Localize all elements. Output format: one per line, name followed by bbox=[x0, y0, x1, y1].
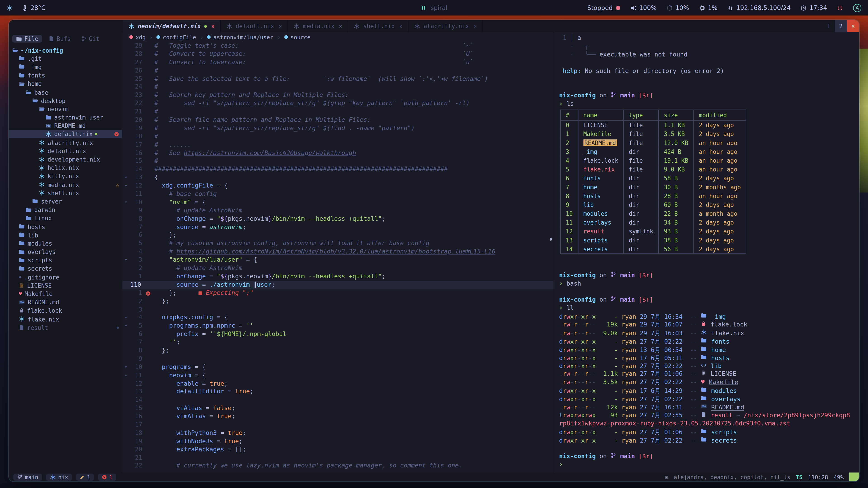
fold-marker[interactable] bbox=[122, 396, 129, 404]
fold-marker[interactable] bbox=[122, 75, 129, 83]
code-line[interactable]: 13 defaultEditor = true; bbox=[122, 388, 554, 396]
tree-item[interactable]: ~/nix-config bbox=[9, 46, 122, 54]
fold-marker[interactable] bbox=[122, 59, 129, 67]
network-module[interactable]: 192.168.5.100/24 bbox=[727, 4, 791, 11]
buffer-tab[interactable]: shell.nix× bbox=[348, 20, 409, 32]
tree-item[interactable]: development.nix bbox=[9, 155, 122, 164]
fold-marker[interactable] bbox=[122, 215, 129, 223]
code-line[interactable]: 2 }; bbox=[122, 297, 554, 306]
code-line[interactable]: 16# See https://astronvim.com/Basic%20Us… bbox=[122, 149, 554, 157]
tree-item[interactable]: kitty.nix bbox=[9, 172, 122, 180]
buffer-tab[interactable]: media.nix× bbox=[288, 20, 348, 32]
close-buffer-icon[interactable]: × bbox=[339, 23, 342, 29]
fold-marker[interactable] bbox=[122, 454, 129, 462]
code-line[interactable]: 21 bbox=[122, 454, 554, 462]
fold-marker[interactable] bbox=[122, 339, 129, 347]
tree-item[interactable]: secrets bbox=[9, 264, 122, 273]
code-line[interactable]: 17 bbox=[122, 421, 554, 429]
code-line[interactable]: 20 extraPackages = []; bbox=[122, 446, 554, 454]
code-line[interactable]: 110 source = ./astronvim_user; bbox=[122, 281, 554, 289]
fold-marker[interactable] bbox=[122, 404, 129, 413]
code-line[interactable]: 19# sed -ri "s/pattern_str/replace_str/g… bbox=[122, 125, 554, 133]
tree-item[interactable]: result● bbox=[9, 323, 122, 332]
fold-marker[interactable] bbox=[122, 67, 129, 75]
disk-usage-module[interactable]: 10% bbox=[666, 4, 689, 11]
code-line[interactable]: ▾3 "astronvim/lua/user" = { bbox=[122, 256, 554, 264]
fold-marker[interactable] bbox=[122, 462, 129, 470]
code-line[interactable]: ▾5 programs.npm.npmrc = '' bbox=[122, 322, 554, 330]
tree-item[interactable]: home bbox=[9, 79, 122, 88]
fold-marker[interactable] bbox=[122, 158, 129, 166]
tree-item[interactable]: linux bbox=[9, 214, 122, 222]
tree-item[interactable]: .git bbox=[9, 54, 122, 63]
tree-item[interactable]: default.nix bbox=[9, 147, 122, 155]
code-line[interactable]: ▾11 neovim = { bbox=[122, 372, 554, 380]
workspace-module[interactable]: spiral bbox=[421, 4, 447, 11]
breadcrumb-item[interactable]: source bbox=[284, 34, 310, 40]
fold-marker[interactable] bbox=[122, 83, 129, 91]
code-line[interactable]: 29# Toggle text's case: `~` bbox=[122, 42, 554, 50]
code-line[interactable]: 16 vimAlias = true; bbox=[122, 413, 554, 421]
close-buffer-icon[interactable]: × bbox=[399, 23, 403, 29]
fold-marker[interactable]: ▾ bbox=[122, 314, 129, 322]
tree-item[interactable]: README.md bbox=[9, 122, 122, 130]
fold-marker[interactable]: ▾ bbox=[122, 182, 129, 190]
tab-page-2[interactable]: 2 bbox=[835, 20, 847, 32]
code-line[interactable]: 8 }; bbox=[122, 347, 554, 355]
code-line[interactable]: 22# sed -ri "s/pattern_str/replace_str/g… bbox=[122, 100, 554, 108]
power-module[interactable] bbox=[837, 5, 843, 11]
tree-item[interactable]: overlays bbox=[9, 248, 122, 256]
code-line[interactable]: 6 prefix = ''${HOME}/.npm-global bbox=[122, 330, 554, 338]
scrollbar-thumb[interactable] bbox=[550, 238, 552, 240]
tree-item[interactable]: fonts bbox=[9, 71, 122, 79]
code-line[interactable]: 24# bbox=[122, 83, 554, 91]
fold-marker[interactable] bbox=[122, 207, 129, 215]
tree-item[interactable]: server bbox=[9, 197, 122, 205]
tree-item[interactable]: alacritty.nix bbox=[9, 138, 122, 147]
code-line[interactable]: ▾12 xdg.configFile = { bbox=[122, 182, 554, 190]
tree-item[interactable]: shell.nix bbox=[9, 189, 122, 197]
code-line[interactable]: 1 onChange = "${pkgs.neovim}/bin/nvim --… bbox=[122, 273, 554, 281]
fold-marker[interactable] bbox=[122, 92, 129, 100]
error-count[interactable]: 1 bbox=[98, 473, 116, 481]
code-line[interactable]: 25# Save the selected text to a file: `:… bbox=[122, 75, 554, 83]
close-window-button[interactable]: × bbox=[847, 20, 859, 32]
tree-item[interactable]: media.nix⚠ bbox=[9, 180, 122, 189]
code-line[interactable]: 22 # currently we use lazy.nvim as neovi… bbox=[122, 462, 554, 470]
fold-marker[interactable] bbox=[122, 281, 129, 289]
temperature-module[interactable]: 28°C bbox=[22, 4, 46, 11]
breadcrumb-item[interactable]: astronvim/lua/user bbox=[207, 34, 273, 40]
code-line[interactable]: 14######################################… bbox=[122, 166, 554, 174]
code-line[interactable]: 26# bbox=[122, 67, 554, 75]
volume-module[interactable]: 100% bbox=[630, 4, 657, 11]
close-buffer-icon[interactable]: × bbox=[211, 23, 215, 29]
code-line[interactable]: 12 enable = true; bbox=[122, 380, 554, 388]
code-line[interactable]: 27# Convert to lowercase: `u` bbox=[122, 59, 554, 67]
tree-item[interactable]: _img bbox=[9, 63, 122, 71]
code-line[interactable]: 17# ...... bbox=[122, 141, 554, 149]
fold-marker[interactable] bbox=[122, 388, 129, 396]
fold-marker[interactable] bbox=[122, 100, 129, 108]
tree-item[interactable]: helix.nix bbox=[9, 164, 122, 172]
fold-marker[interactable]: ▾ bbox=[122, 199, 129, 207]
fold-marker[interactable] bbox=[122, 421, 129, 429]
code-line[interactable]: 7 source = astronvim; bbox=[122, 223, 554, 231]
code-line[interactable]: 7 ''; bbox=[122, 339, 554, 347]
buffer-tab[interactable]: default.nix× bbox=[221, 20, 288, 32]
code-area[interactable]: 29# Toggle text's case: `~` 28# Convert … bbox=[122, 42, 554, 473]
fold-marker[interactable] bbox=[122, 413, 129, 421]
editor-pane[interactable]: xdg›configFile›astronvim/lua/user›source… bbox=[122, 32, 554, 473]
code-line[interactable]: 9 # update AstroNvim bbox=[122, 207, 554, 215]
nixos-logo-icon[interactable] bbox=[6, 5, 13, 11]
code-line[interactable]: ▾10 "nvim" = { bbox=[122, 199, 554, 207]
terminal-pane[interactable]: 1 │ a · ┬ · ╰── executable was not found… bbox=[554, 32, 859, 473]
fold-marker[interactable] bbox=[122, 42, 129, 50]
code-line[interactable]: 5 # my cusotom astronvim config, astronv… bbox=[122, 240, 554, 248]
tree-item[interactable]: default.nix● bbox=[9, 130, 122, 138]
fold-marker[interactable] bbox=[122, 125, 129, 133]
memory-usage-module[interactable]: 1% bbox=[699, 4, 717, 11]
fold-marker[interactable] bbox=[122, 240, 129, 248]
tree-item[interactable]: desktop bbox=[9, 96, 122, 105]
fold-marker[interactable] bbox=[122, 232, 129, 240]
fold-marker[interactable] bbox=[122, 223, 129, 231]
